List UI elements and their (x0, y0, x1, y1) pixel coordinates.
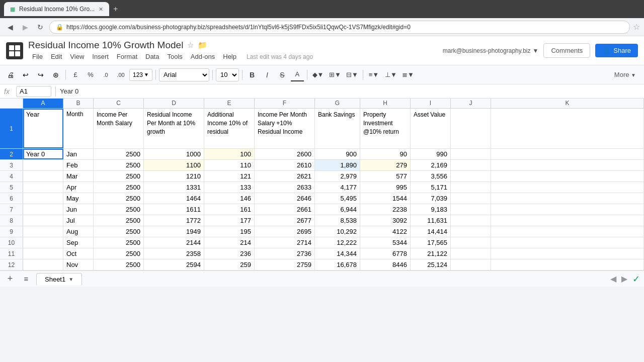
menu-insert[interactable]: Insert (88, 52, 113, 61)
redo-btn[interactable]: ↪ (34, 68, 47, 81)
cell-a[interactable] (23, 226, 63, 237)
cell-j[interactable] (451, 149, 491, 159)
cell-c[interactable]: 2500 (94, 171, 144, 182)
col-header-e[interactable]: E (204, 99, 255, 108)
paint-format-btn[interactable]: ⊛ (49, 68, 62, 81)
col-header-f[interactable]: F (255, 99, 315, 108)
cell-b1[interactable]: Month (63, 109, 94, 148)
menu-tools[interactable]: Tools (163, 52, 186, 61)
cell-f[interactable]: 2661 (255, 204, 315, 215)
col-header-k[interactable]: K (491, 99, 644, 108)
cell-c[interactable]: 2500 (94, 193, 144, 204)
cell-h[interactable]: 1544 (360, 193, 411, 204)
cell-k[interactable] (491, 237, 644, 248)
comments-button[interactable]: Comments (543, 43, 590, 58)
cell-f[interactable]: 2646 (255, 193, 315, 204)
scroll-right-icon[interactable]: ▶ (621, 274, 627, 284)
cell-h[interactable]: 6778 (360, 248, 411, 259)
cell-i1[interactable]: Asset Value (411, 109, 451, 148)
cell-j[interactable] (451, 160, 491, 170)
cell-g[interactable]: 10,292 (315, 226, 360, 237)
cell-a[interactable] (23, 182, 63, 193)
cell-a[interactable] (23, 259, 63, 270)
cell-h[interactable]: 4122 (360, 226, 411, 237)
decimal-increase-btn[interactable]: .00 (114, 68, 127, 81)
cell-h[interactable]: 279 (360, 160, 411, 170)
cell-f[interactable]: 2610 (255, 160, 315, 170)
cell-d[interactable]: 1949 (144, 226, 204, 237)
col-header-j[interactable]: J (451, 99, 491, 108)
cell-e[interactable]: 133 (204, 182, 255, 193)
cell-k[interactable] (491, 215, 644, 226)
cell-a[interactable] (23, 237, 63, 248)
cell-i[interactable]: 17,565 (411, 237, 451, 248)
browser-tab[interactable]: ▦ Residual Income 10% Gro... ✕ (4, 2, 109, 16)
cell-d[interactable]: 1000 (144, 149, 204, 159)
align-h-btn[interactable]: ≡▼ (366, 68, 381, 81)
cell-c[interactable]: 2500 (94, 182, 144, 193)
sheet-tab[interactable]: Sheet1 ▼ (36, 273, 82, 285)
cell-a[interactable] (23, 160, 63, 170)
menu-data[interactable]: Data (141, 52, 163, 61)
cell-a[interactable] (23, 193, 63, 204)
cell-h[interactable]: 577 (360, 171, 411, 182)
col-header-a[interactable]: A (23, 99, 63, 108)
back-btn[interactable]: ◀ (4, 21, 16, 33)
cell-b[interactable]: Sep (63, 237, 94, 248)
browser-url-bar[interactable]: 🔒 https://docs.google.com/a/business-pho… (49, 21, 630, 34)
cell-g[interactable]: 5,495 (315, 193, 360, 204)
cell-a[interactable]: Year 0 (23, 149, 63, 159)
percent-btn[interactable]: % (84, 68, 97, 81)
cell-g[interactable]: 8,538 (315, 215, 360, 226)
cell-d[interactable]: 1772 (144, 215, 204, 226)
cell-j1[interactable] (451, 109, 491, 148)
col-header-h[interactable]: H (360, 99, 411, 108)
cell-d[interactable]: 1331 (144, 182, 204, 193)
cell-e[interactable]: 161 (204, 204, 255, 215)
cell-g[interactable]: 12,222 (315, 237, 360, 248)
cell-c[interactable]: 2500 (94, 248, 144, 259)
print-btn[interactable]: 🖨 (4, 68, 17, 81)
scroll-left-icon[interactable]: ◀ (610, 274, 616, 284)
merge-btn[interactable]: ⊟▼ (345, 68, 360, 81)
cell-e[interactable]: 236 (204, 248, 255, 259)
cell-d[interactable]: 1611 (144, 204, 204, 215)
cell-e1[interactable]: Additional Income 10% of residual (204, 109, 255, 148)
cell-h[interactable]: 2238 (360, 204, 411, 215)
cell-f[interactable]: 2736 (255, 248, 315, 259)
text-wrap-btn[interactable]: ≣▼ (400, 68, 416, 81)
cell-k[interactable] (491, 226, 644, 237)
bold-btn[interactable]: B (246, 68, 259, 81)
pound-btn[interactable]: £ (69, 68, 82, 81)
cell-f[interactable]: 2633 (255, 182, 315, 193)
cell-b[interactable]: Apr (63, 182, 94, 193)
cell-f[interactable]: 2621 (255, 171, 315, 182)
app-logo[interactable] (6, 42, 23, 59)
decimal-decrease-btn[interactable]: .0 (99, 68, 112, 81)
cell-c[interactable]: 2500 (94, 237, 144, 248)
menu-help[interactable]: Help (219, 52, 240, 61)
font-color-btn[interactable]: A (291, 68, 304, 81)
share-button[interactable]: 👤 Share (595, 44, 638, 57)
cell-a[interactable] (23, 204, 63, 215)
italic-btn[interactable]: I (261, 68, 274, 81)
cell-f1[interactable]: Income Per Month Salary +10% Residual In… (255, 109, 315, 148)
menu-file[interactable]: File (28, 52, 47, 61)
col-header-g[interactable]: G (315, 99, 360, 108)
folder-icon[interactable]: 📁 (198, 41, 207, 50)
cell-h[interactable]: 90 (360, 149, 411, 159)
sheet-tab-arrow[interactable]: ▼ (68, 277, 73, 282)
cell-f[interactable]: 2714 (255, 237, 315, 248)
cell-e[interactable]: 195 (204, 226, 255, 237)
font-size-select[interactable]: 10 (216, 68, 239, 81)
cell-b[interactable]: Jun (63, 204, 94, 215)
cell-b[interactable]: Jan (63, 149, 94, 159)
forward-btn[interactable]: ▶ (19, 21, 31, 33)
cell-e[interactable]: 100 (204, 149, 255, 159)
cell-i[interactable]: 2,169 (411, 160, 451, 170)
cell-d1[interactable]: Residual Income Per Month at 10% growth (144, 109, 204, 148)
cell-d[interactable]: 2358 (144, 248, 204, 259)
cell-c[interactable]: 2500 (94, 149, 144, 159)
cell-e[interactable]: 146 (204, 193, 255, 204)
cell-j[interactable] (451, 248, 491, 259)
